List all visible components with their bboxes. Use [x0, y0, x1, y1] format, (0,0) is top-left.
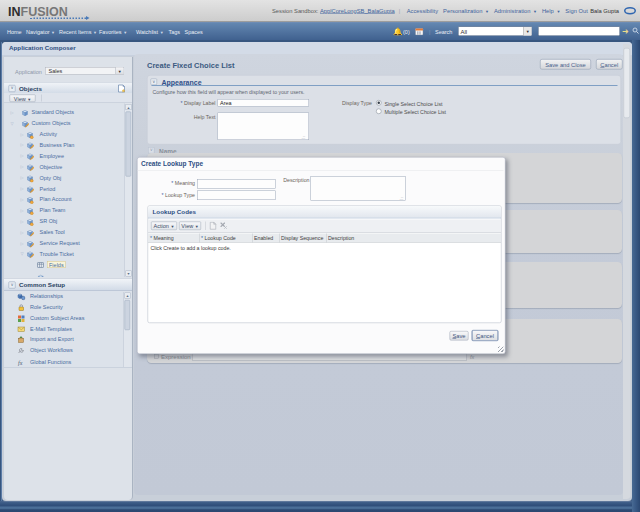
svg-text:fx: fx	[18, 360, 23, 366]
